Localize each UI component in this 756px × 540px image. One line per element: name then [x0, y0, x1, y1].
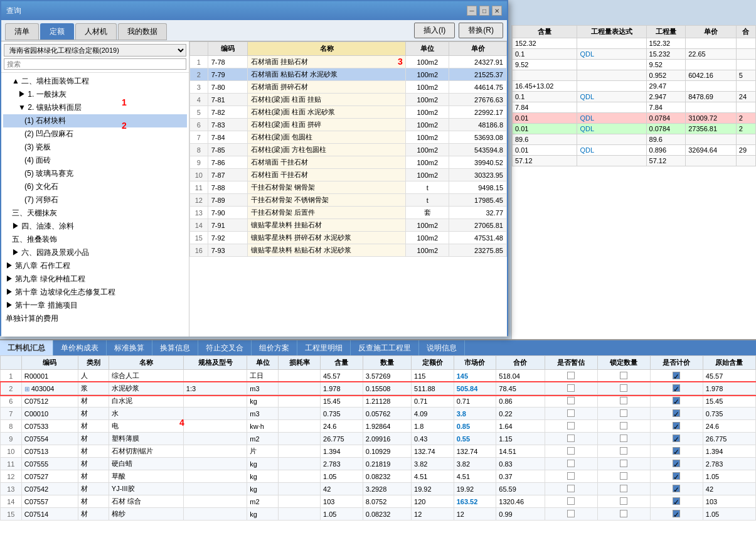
table-row[interactable]: 6 7-83 石材柱(梁)面 柱面 拼碎 100m2 48186.8 — [190, 119, 507, 131]
row-calc-checkbox[interactable]: ✓ — [650, 445, 703, 458]
row-est-checkbox[interactable] — [545, 470, 597, 483]
row-est-checkbox[interactable] — [545, 370, 597, 382]
bottom-tab-组价方案[interactable]: 组价方案 — [252, 340, 297, 355]
row-num: 11 — [1, 458, 22, 470]
bottom-tab-标准换算[interactable]: 标准换算 — [107, 340, 152, 355]
tree-item-t16[interactable]: ▶ 第九章 绿化种植工程 — [3, 273, 187, 286]
tree-item-t18[interactable]: ▶ 第十一章 措施项目 — [3, 299, 187, 312]
tree-item-t6[interactable]: (3) 瓷板 — [3, 141, 187, 154]
tree-item-t1[interactable]: ▲ 二、墙柱面装饰工程 — [3, 75, 187, 88]
row-est-checkbox[interactable] — [545, 483, 597, 495]
tab-rencaiji[interactable]: 人材机 — [75, 23, 117, 40]
tab-dinge[interactable]: 定额 — [40, 23, 74, 40]
row-est-checkbox[interactable] — [545, 433, 597, 445]
table-row[interactable]: 8 7-85 石材柱(梁)面 方柱包圆柱 100m2 543594.8 — [190, 144, 507, 156]
row-est-checkbox[interactable] — [545, 408, 597, 420]
row-calc-checkbox[interactable]: ✓ — [650, 382, 703, 395]
bottom-tab-符止交叉合[interactable]: 符止交叉合 — [198, 340, 252, 355]
table-row[interactable]: 14 7-91 镶贴零星块料 挂贴石材 100m2 27065.81 — [190, 219, 507, 232]
row-fixed-price: 115 — [412, 370, 454, 382]
table-row[interactable]: 7 7-84 石材柱(梁)面 包圆柱 100m2 53693.08 — [190, 131, 507, 144]
row-est-checkbox[interactable] — [545, 508, 597, 521]
table-row[interactable]: 2 7-79 石材墙面 粘贴石材 水泥砂浆 100m2 21525.37 — [190, 68, 507, 81]
table-row[interactable]: 16 7-93 镶贴零星块料 粘贴石材 水泥砂浆 100m2 23275.85 — [190, 244, 507, 257]
tree-item-t15[interactable]: ▶ 第八章 石作工程 — [3, 259, 187, 273]
row-calc-checkbox[interactable]: ✓ — [650, 508, 703, 521]
row-calc-checkbox[interactable]: ✓ — [650, 395, 703, 408]
bottom-tab-反查施工工程里[interactable]: 反查施工工程里 — [351, 340, 419, 355]
bottom-tab-单价构成表[interactable]: 单价构成表 — [53, 340, 107, 355]
maximize-button[interactable]: □ — [479, 6, 489, 16]
row-est-checkbox[interactable] — [545, 395, 597, 408]
table-row[interactable]: 5 7-82 石材柱(梁)面 柱面 水泥砂浆 100m2 22992.17 — [190, 106, 507, 119]
tree-item-t2[interactable]: ▶ 1. 一般抹灰 — [3, 88, 187, 101]
row-lock-checkbox[interactable] — [597, 370, 650, 382]
search-input[interactable] — [4, 58, 186, 70]
bottom-tab-换算信息[interactable]: 换算信息 — [152, 340, 198, 355]
row-est-checkbox[interactable] — [545, 495, 597, 508]
tree-item-t8[interactable]: (5) 玻璃马赛克 — [3, 167, 187, 180]
bottom-tab-说明信息[interactable]: 说明信息 — [419, 340, 465, 355]
tree-item-t13[interactable]: 五、推叠装饰 — [3, 233, 187, 246]
row-lock-checkbox[interactable] — [597, 408, 650, 420]
tab-mydata[interactable]: 我的数据 — [118, 23, 167, 40]
row-lock-checkbox[interactable] — [597, 458, 650, 470]
row-lock-checkbox[interactable] — [597, 508, 650, 521]
table-row[interactable]: 10 7-87 石材柱面 干挂石材 100m2 30323.95 — [190, 169, 507, 181]
table-row[interactable]: 4 7-81 石材柱(梁)面 柱面 挂贴 100m2 27676.63 — [190, 94, 507, 106]
right-total — [736, 81, 755, 92]
tree-item-t19[interactable]: 单独计算的费用 — [3, 312, 187, 325]
quota-dropdown[interactable]: 海南省园林绿化工程综合定额(2019) — [4, 44, 186, 57]
list-item: 7 C00010 材 水 m3 0.735 0.05762 4.09 3.8 0… — [1, 408, 756, 420]
row-est-checkbox[interactable] — [545, 458, 597, 470]
row-est-checkbox[interactable] — [545, 445, 597, 458]
tree-item-t4[interactable]: (1) 石材块料 — [3, 114, 187, 127]
row-calc-checkbox[interactable]: ✓ — [650, 458, 703, 470]
row-lock-checkbox[interactable] — [597, 495, 650, 508]
row-calc-checkbox[interactable]: ✓ — [650, 370, 703, 382]
row-calc-checkbox[interactable]: ✓ — [650, 470, 703, 483]
table-row[interactable]: 1 7-78 石材墙面 挂贴石材 100m2 24327.91 — [190, 56, 507, 68]
table-row[interactable]: 15 7-92 镶贴零星块料 拼碎石材 水泥砂浆 100m2 47531.48 — [190, 232, 507, 244]
table-row[interactable]: 13 7-90 干挂石材骨架 后置件 套 32.77 — [190, 207, 507, 219]
close-button[interactable]: ✕ — [492, 6, 502, 16]
row-lock-checkbox[interactable] — [597, 382, 650, 395]
table-row[interactable]: 9 7-86 石材墙面 干挂石材 100m2 39940.52 — [190, 156, 507, 169]
row-lock-checkbox[interactable] — [597, 470, 650, 483]
bottom-tab-工料机汇总[interactable]: 工料机汇总 — [0, 340, 53, 355]
row-lock-checkbox[interactable] — [597, 483, 650, 495]
row-calc-checkbox[interactable]: ✓ — [650, 483, 703, 495]
tree-item-t5[interactable]: (2) 凹凸假麻石 — [3, 127, 187, 141]
row-est-checkbox[interactable] — [545, 420, 597, 433]
table-row[interactable]: 3 7-80 石材墙面 拼碎石材 100m2 44614.75 — [190, 81, 507, 94]
row-est-checkbox[interactable] — [545, 382, 597, 395]
table-row[interactable]: 12 7-89 干挂石材骨架 不锈钢骨架 t 17985.45 — [190, 194, 507, 207]
tree-item-t11[interactable]: 三、天棚抹灰 — [3, 207, 187, 220]
expand-button[interactable]: ⊞ — [24, 386, 29, 392]
row-num: 10 — [1, 445, 22, 458]
tree-item-t3[interactable]: ▼ 2. 镶贴块料面层 — [3, 101, 187, 114]
tree-item-t9[interactable]: (6) 文化石 — [3, 180, 187, 193]
tab-qingdan[interactable]: 清单 — [5, 23, 39, 40]
row-lock-checkbox[interactable] — [597, 445, 650, 458]
bottom-tab-工程里明细[interactable]: 工程里明细 — [297, 340, 351, 355]
row-orig: 1.05 — [703, 470, 755, 483]
row-lock-checkbox[interactable] — [597, 433, 650, 445]
insert-button[interactable]: 插入(I) — [414, 23, 455, 38]
tree-item-t12[interactable]: ▶ 四、油漆、涂料 — [3, 220, 187, 233]
row-calc-checkbox[interactable]: ✓ — [650, 420, 703, 433]
row-lock-checkbox[interactable] — [597, 395, 650, 408]
table-row[interactable]: 11 7-88 干挂石材骨架 钢骨架 t 9498.15 — [190, 181, 507, 194]
row-lock-checkbox[interactable] — [597, 420, 650, 433]
row-num: 14 — [1, 495, 22, 508]
replace-button[interactable]: 替换(R) — [459, 23, 503, 38]
row-calc-checkbox[interactable]: ✓ — [650, 433, 703, 445]
tree-item-t17[interactable]: ▶ 第十章 边坡绿化生态修复工程 — [3, 286, 187, 299]
minimize-button[interactable]: ─ — [467, 6, 477, 16]
tree-item-t14[interactable]: ▶ 六、园路及景观小品 — [3, 246, 187, 259]
tree-item-t10[interactable]: (7) 河卵石 — [3, 193, 187, 207]
tree-item-t7[interactable]: (4) 面砖 — [3, 154, 187, 167]
row-calc-checkbox[interactable]: ✓ — [650, 495, 703, 508]
row-calc-checkbox[interactable]: ✓ — [650, 408, 703, 420]
row-fixed-price: 0.43 — [412, 433, 454, 445]
